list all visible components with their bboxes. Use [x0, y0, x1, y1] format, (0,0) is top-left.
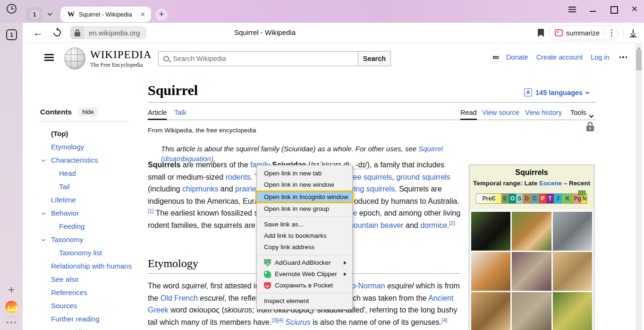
login-link[interactable]: Log in	[591, 53, 610, 61]
menu-item-add-link-to-bookmarks[interactable]: Add link to bookmarks	[257, 230, 352, 242]
squirrel-photo[interactable]	[512, 212, 551, 251]
toc-item-etymology[interactable]: Etymology	[40, 140, 143, 154]
timescale-devonian[interactable]: D	[523, 194, 530, 203]
timescale-permian[interactable]: P	[539, 194, 547, 203]
toc-item-references[interactable]: References	[40, 286, 143, 299]
wiki-search-button[interactable]: Search	[358, 51, 391, 66]
timescale-cambrian[interactable]: Є	[501, 194, 509, 203]
page-scrollbar[interactable]	[636, 43, 642, 330]
menu-separator	[257, 293, 352, 294]
close-icon[interactable]: ×	[630, 5, 639, 14]
toc-hide-button[interactable]: hide	[78, 107, 98, 116]
menu-item-open-incognito-window[interactable]: Open link in Incognito window	[255, 191, 354, 203]
squirrel-photo[interactable]	[471, 292, 510, 330]
timescale-cretaceous[interactable]: K	[562, 194, 573, 203]
timescale-paleogene[interactable]: Pg	[573, 194, 582, 203]
timescale-neogene[interactable]: N	[582, 194, 587, 203]
toc-item-tail[interactable]: Tail	[40, 180, 143, 193]
tab-view-source[interactable]: View source	[482, 109, 519, 116]
yandex-mail-icon[interactable]	[5, 301, 18, 313]
timescale-jurassic[interactable]: J	[554, 194, 562, 203]
appearance-icon[interactable]: ∞	[492, 54, 498, 61]
squirrel-photo[interactable]	[553, 292, 592, 330]
tab-group-count: 1	[26, 7, 42, 22]
tab-group-chevron[interactable]	[42, 7, 57, 22]
toc-item-characteristics[interactable]: Characteristics	[40, 154, 143, 167]
reload-icon[interactable]	[52, 27, 63, 38]
tab-tools[interactable]: Tools	[570, 109, 586, 116]
rail-add-icon[interactable]: +	[6, 285, 17, 295]
toc-item-external-links[interactable]: External links	[40, 326, 143, 330]
toc-item-taxonomy-list[interactable]: Taxonomy list	[40, 246, 143, 260]
squirrel-photo[interactable]	[512, 292, 551, 330]
toc-item-further-reading[interactable]: Further reading	[40, 313, 143, 326]
menu-item-open-new-group[interactable]: Open link in new group	[257, 203, 352, 215]
timescale-ordovician[interactable]: O	[509, 194, 517, 203]
browser-menu-icon[interactable]	[568, 5, 577, 14]
history-icon[interactable]	[7, 4, 17, 14]
minimize-icon[interactable]	[588, 5, 598, 14]
squirrel-photo[interactable]	[471, 252, 510, 291]
maximize-icon[interactable]	[609, 5, 619, 14]
toc-item-behavior[interactable]: Behavior	[40, 207, 143, 220]
toc-item-sources[interactable]: Sources	[40, 299, 143, 313]
url-text[interactable]: en.wikipedia.org	[84, 29, 146, 37]
timescale-triassic[interactable]: T	[546, 194, 554, 203]
toc-item-relationship[interactable]: Relationship with humans	[40, 260, 143, 273]
squirrel-photo[interactable]	[553, 252, 592, 291]
languages-button[interactable]: A 145 languages	[524, 88, 589, 96]
page-protected-icon[interactable]	[586, 122, 594, 131]
wikipedia-logo[interactable]: WIKIPEDIA The Free Encyclopedia	[64, 47, 152, 69]
active-tab[interactable]: W Squirrel - Wikipedia ×	[60, 7, 151, 22]
menu-item-save-link-as[interactable]: Save link as...	[257, 219, 352, 230]
tab-view-history[interactable]: View history	[525, 109, 562, 116]
tab-read[interactable]: Read	[460, 109, 477, 120]
tab-talk[interactable]: Talk	[174, 109, 186, 116]
summarize-more-icon[interactable]	[608, 27, 616, 38]
toc-item-head[interactable]: Head	[40, 167, 143, 180]
squirrel-photo[interactable]	[512, 252, 551, 291]
squirrel-photo[interactable]	[471, 212, 510, 251]
chevron-down-icon[interactable]	[42, 158, 45, 162]
toc-item-lifetime[interactable]: Lifetime	[40, 193, 143, 207]
wiki-search-input[interactable]: Search Wikipedia	[158, 51, 358, 66]
menu-item-save-to-pocket[interactable]: Сохранить в Pocket	[257, 280, 352, 291]
timescale-silurian[interactable]: S	[516, 194, 523, 203]
menu-item-adguard[interactable]: AdGuard AdBlocker	[257, 257, 352, 269]
menu-item-inspect-element[interactable]: Inspect element	[257, 295, 352, 307]
chevron-down-icon[interactable]	[42, 237, 45, 241]
scrollbar-up-icon[interactable]	[637, 45, 641, 50]
address-bar[interactable]: en.wikipedia.org	[70, 26, 146, 39]
menu-item-copy-link-address[interactable]: Copy link address	[257, 242, 352, 253]
menu-item-evernote[interactable]: Evernote Web Clipper	[257, 269, 352, 280]
scrollbar-thumb[interactable]	[636, 50, 642, 70]
translate-icon: A	[524, 88, 532, 96]
rail-tab-counter[interactable]: 1	[6, 29, 17, 40]
tab-article[interactable]: Article	[148, 109, 167, 120]
squirrel-photo[interactable]	[553, 212, 592, 251]
donate-link[interactable]: Donate	[506, 53, 528, 61]
timescale-carboniferous[interactable]: C	[531, 194, 539, 203]
close-tab-icon[interactable]: ×	[139, 10, 146, 19]
toc-item-feeding[interactable]: Feeding	[40, 220, 143, 233]
tab-group-switcher[interactable]: 1	[26, 7, 57, 22]
menu-item-open-new-window[interactable]: Open link in new window	[257, 179, 352, 191]
download-icon[interactable]	[629, 29, 637, 37]
new-tab-button[interactable]: +	[155, 9, 168, 21]
wiki-menu-icon[interactable]	[44, 54, 54, 61]
back-icon[interactable]: ←	[33, 27, 43, 38]
header-more-icon[interactable]	[618, 56, 627, 58]
rail-more-icon[interactable]	[7, 321, 16, 323]
menu-item-open-new-tab[interactable]: Open link in new tab	[257, 168, 352, 179]
summarize-button[interactable]: summarize	[549, 26, 618, 40]
bookmark-icon[interactable]	[538, 29, 544, 37]
toc-item-top[interactable]: (Top)	[40, 127, 143, 140]
chevron-down-icon[interactable]	[42, 211, 45, 215]
pill-divider	[604, 29, 605, 37]
toc-item-taxonomy[interactable]: Taxonomy	[40, 233, 143, 246]
toc-title: Contents	[40, 108, 72, 116]
timescale-precambrian[interactable]: PreЄ	[476, 194, 501, 203]
toc-item-see-also[interactable]: See also	[40, 273, 143, 286]
create-account-link[interactable]: Create account	[536, 53, 583, 61]
site-security[interactable]	[70, 26, 84, 39]
